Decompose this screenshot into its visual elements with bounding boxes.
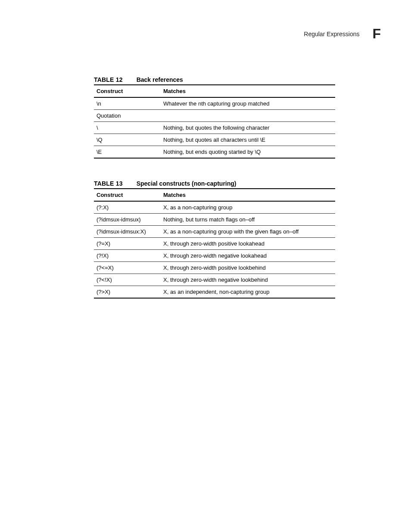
table-12: Construct Matches \n Whatever the nth ca… <box>94 84 335 159</box>
cell-matches: Whatever the nth capturing group matched <box>161 97 335 110</box>
table-row: \Q Nothing, but quotes all characters un… <box>94 134 335 146</box>
cell-construct: (?>X) <box>94 286 161 299</box>
cell-construct: (?:X) <box>94 201 161 214</box>
table-13-block: TABLE 13 Special constructs (non-capturi… <box>94 180 333 299</box>
table-row: \n Whatever the nth capturing group matc… <box>94 97 335 110</box>
table-header-row: Construct Matches <box>94 85 335 97</box>
page-content: TABLE 12 Back references Construct Match… <box>0 76 411 299</box>
cell-construct: (?<=X) <box>94 262 161 274</box>
cell-construct: (?<!X) <box>94 274 161 286</box>
cell-matches: Nothing, but ends quoting started by \Q <box>161 146 335 159</box>
table-13: Construct Matches (?:X) X, as a non-capt… <box>94 188 335 299</box>
table-row: (?!X) X, through zero-width negative loo… <box>94 250 335 262</box>
page-header: Regular Expressions F <box>0 26 411 42</box>
cell-matches: Nothing, but turns match flags on–off <box>161 214 335 226</box>
table-13-label: TABLE 13 <box>94 180 123 187</box>
cell-matches: Nothing, but quotes all characters until… <box>161 134 335 146</box>
cell-matches: X, as a non-capturing group <box>161 201 335 214</box>
cell-matches: X, through zero-width positive lookbehin… <box>161 262 335 274</box>
cell-construct: (?!X) <box>94 250 161 262</box>
page: Regular Expressions F TABLE 12 Back refe… <box>0 0 411 532</box>
table-row: (?=X) X, through zero-width positive loo… <box>94 238 335 250</box>
cell-construct: \Q <box>94 134 161 146</box>
cell-construct: (?idmsux-idmsux:X) <box>94 226 161 238</box>
table-13-col-matches: Matches <box>161 189 335 201</box>
table-row: \ Nothing, but quotes the following char… <box>94 122 335 134</box>
table-13-caption: TABLE 13 Special constructs (non-capturi… <box>94 180 333 188</box>
table-13-col-construct: Construct <box>94 189 161 201</box>
cell-matches: X, as a non-capturing group with the giv… <box>161 226 335 238</box>
table-12-caption: TABLE 12 Back references <box>94 76 333 84</box>
header-section-letter: F <box>372 26 381 42</box>
table-12-col-matches: Matches <box>161 85 335 97</box>
table-row: (?<=X) X, through zero-width positive lo… <box>94 262 335 274</box>
table-row: (?idmsux-idmsux) Nothing, but turns matc… <box>94 214 335 226</box>
cell-matches: X, as an independent, non-capturing grou… <box>161 286 335 299</box>
cell-construct: (?=X) <box>94 238 161 250</box>
table-row: (?:X) X, as a non-capturing group <box>94 201 335 214</box>
table-row: Quotation <box>94 110 335 122</box>
header-title: Regular Expressions <box>304 31 359 37</box>
table-12-block: TABLE 12 Back references Construct Match… <box>94 76 333 159</box>
cell-construct: (?idmsux-idmsux) <box>94 214 161 226</box>
cell-matches: X, through zero-width negative lookbehin… <box>161 274 335 286</box>
table-row: \E Nothing, but ends quoting started by … <box>94 146 335 159</box>
table-row: (?>X) X, as an independent, non-capturin… <box>94 286 335 299</box>
table-row: (?<!X) X, through zero-width negative lo… <box>94 274 335 286</box>
table-12-body: \n Whatever the nth capturing group matc… <box>94 97 335 158</box>
cell-matches: X, through zero-width negative lookahead <box>161 250 335 262</box>
table-13-title: Special constructs (non-capturing) <box>137 180 237 187</box>
table-row: (?idmsux-idmsux:X) X, as a non-capturing… <box>94 226 335 238</box>
cell-matches <box>161 110 335 122</box>
table-12-title: Back references <box>137 76 183 83</box>
cell-construct: \n <box>94 97 161 110</box>
table-12-col-construct: Construct <box>94 85 161 97</box>
cell-construct: \E <box>94 146 161 159</box>
cell-matches: X, through zero-width positive lookahead <box>161 238 335 250</box>
cell-construct: \ <box>94 122 161 134</box>
table-13-body: (?:X) X, as a non-capturing group (?idms… <box>94 201 335 298</box>
cell-matches: Nothing, but quotes the following charac… <box>161 122 335 134</box>
table-header-row: Construct Matches <box>94 189 335 201</box>
table-12-label: TABLE 12 <box>94 76 123 83</box>
cell-construct: Quotation <box>94 110 161 122</box>
